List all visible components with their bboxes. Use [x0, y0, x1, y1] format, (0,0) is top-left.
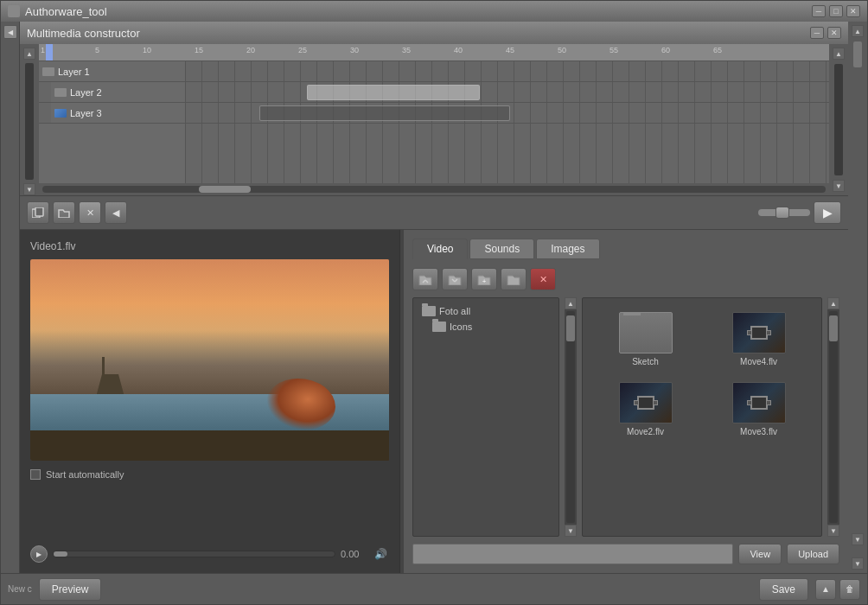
delete-button[interactable]: ✕: [79, 201, 101, 224]
layer-1-label: Layer 1: [39, 61, 186, 81]
layer-3-label: Layer 3: [51, 103, 186, 123]
video-filename: Video1.flv: [30, 240, 389, 252]
zoom-slider-handle[interactable]: [775, 207, 789, 219]
bottom-icon-2[interactable]: 🗑: [839, 579, 860, 600]
tree-scrollbar[interactable]: ▲ ▼: [565, 297, 577, 537]
tab-video[interactable]: Video: [412, 239, 468, 259]
layer-3-track: [186, 103, 829, 123]
forward-nav-button[interactable]: ▶: [814, 201, 841, 224]
title-bar-controls: ─ □ ✕: [812, 5, 860, 17]
inner-minimize-button[interactable]: ─: [810, 27, 824, 39]
media-toolbar: + ✕: [412, 268, 839, 290]
grid-scrollbar[interactable]: ▲ ▼: [827, 297, 839, 537]
bottom-icon-1[interactable]: ▲: [815, 579, 836, 600]
timeline-section: ▲ ▼ 1 5 10 15 20 25: [20, 44, 848, 195]
view-button[interactable]: View: [738, 544, 782, 564]
timeline-scroll-down[interactable]: ▼: [23, 183, 35, 195]
auto-start-checkbox[interactable]: [30, 469, 41, 480]
files-grid-content: Sketch Move4.flv: [583, 298, 821, 536]
folder-icon: [432, 322, 446, 332]
tree-scroll-thumb[interactable]: [566, 315, 575, 341]
media-folder-open-button[interactable]: [442, 268, 468, 290]
timeline-left-controls: ▲ ▼: [20, 44, 39, 195]
tree-label-icons: Icons: [450, 322, 472, 332]
media-add-button[interactable]: +: [471, 268, 497, 290]
grid-scroll-up[interactable]: ▲: [827, 297, 839, 309]
timeline-content: 1 5 10 15 20 25 30 35 40 45 50 55: [39, 44, 829, 195]
tree-scroll-down[interactable]: ▼: [565, 525, 577, 537]
copy-button[interactable]: [27, 201, 49, 224]
layer-2-icon: [54, 88, 67, 97]
progress-bar[interactable]: [53, 551, 335, 557]
timeline-scrollbar[interactable]: [42, 186, 826, 193]
right-sidebar: ▲ ▼ ▼: [848, 22, 867, 573]
time-display: 0.00: [341, 549, 367, 559]
timeline-ruler: 1 5 10 15 20 25 30 35 40 45 50 55: [39, 44, 829, 61]
upload-button[interactable]: Upload: [787, 544, 839, 564]
timeline-right-down[interactable]: ▼: [833, 180, 845, 192]
save-button[interactable]: Save: [759, 578, 808, 601]
maximize-button[interactable]: □: [829, 5, 843, 17]
folder-icon: [422, 306, 436, 316]
inner-window: Multimedia constructor ─ ✕ ▲ ▼: [20, 22, 848, 573]
volume-button[interactable]: 🔊: [372, 545, 389, 563]
media-folder-up-button[interactable]: [412, 268, 438, 290]
video-thumbnail: [732, 382, 786, 424]
empty-layer-row: [39, 124, 829, 183]
layer-3-icon: [54, 109, 67, 118]
tree-item-foto-all[interactable]: Foto all: [418, 303, 553, 319]
play-button[interactable]: ▶: [30, 545, 48, 563]
file-label-sketch: Sketch: [632, 357, 659, 366]
tree-item-icons[interactable]: Icons: [418, 319, 553, 334]
tab-images[interactable]: Images: [536, 239, 599, 259]
open-button[interactable]: [53, 201, 75, 224]
file-label-move4: Move4.flv: [740, 357, 777, 366]
media-cut-button[interactable]: [501, 268, 527, 290]
video-container: [30, 259, 389, 461]
files-grid-panel: Sketch Move4.flv: [582, 297, 822, 537]
bottom-bar: New c Preview Save ▲ 🗑: [1, 573, 867, 604]
file-item-move2[interactable]: Move2.flv: [593, 379, 698, 440]
layer-3-name: Layer 3: [70, 108, 102, 118]
sidebar-btn-1[interactable]: ◀: [3, 25, 17, 39]
video-preview: [30, 259, 389, 461]
minimize-button[interactable]: ─: [812, 5, 826, 17]
main-content: Video1.flv Start automati: [20, 230, 848, 573]
media-delete-button[interactable]: ✕: [530, 268, 556, 290]
zoom-slider[interactable]: [758, 209, 810, 216]
grid-scroll-thumb[interactable]: [829, 315, 838, 341]
video-panel: Video1.flv Start automati: [20, 230, 400, 573]
preview-button[interactable]: Preview: [39, 578, 102, 601]
svg-text:+: +: [482, 277, 487, 285]
file-item-move3[interactable]: Move3.flv: [706, 379, 811, 440]
right-sidebar-bottom[interactable]: ▼: [852, 557, 864, 570]
ruler-marks: 1 5 10 15 20 25 30 35 40 45 50 55: [39, 44, 829, 60]
file-item-sketch[interactable]: Sketch: [593, 309, 698, 370]
left-sidebar: ◀: [1, 22, 20, 573]
timeline-right-up[interactable]: ▲: [833, 48, 845, 60]
layer-row: Layer 3: [39, 103, 829, 124]
right-sidebar-up[interactable]: ▲: [852, 25, 864, 37]
bottom-icons: ▲ 🗑: [815, 579, 860, 600]
video-controls: ▶ 0.00 🔊: [30, 545, 389, 563]
auto-start-row: Start automatically: [30, 469, 389, 480]
inner-title-bar: Multimedia constructor ─ ✕: [20, 22, 848, 44]
inner-close-button[interactable]: ✕: [827, 27, 841, 39]
main-window: Authorware_tool ─ □ ✕ ◀ Multimedia const…: [0, 0, 868, 605]
timeline-scroll-up[interactable]: ▲: [23, 48, 35, 60]
tree-scroll-up[interactable]: ▲: [565, 297, 577, 309]
tab-sounds[interactable]: Sounds: [469, 239, 534, 259]
layer-row: Layer 2: [39, 82, 829, 103]
media-panel: Video Sounds Images +: [404, 230, 848, 573]
timeline-scrollbar-area: [39, 183, 829, 195]
right-sidebar-down[interactable]: ▼: [852, 533, 864, 545]
timeline-scrollbar-thumb[interactable]: [199, 186, 251, 193]
media-content: Foto all Icons ▲: [412, 297, 839, 537]
back-button[interactable]: ◀: [105, 201, 127, 224]
filename-input[interactable]: [412, 544, 733, 564]
close-button[interactable]: ✕: [846, 5, 860, 17]
file-item-move4[interactable]: Move4.flv: [706, 309, 811, 370]
grid-scroll-down[interactable]: ▼: [827, 525, 839, 537]
file-tree-panel: Foto all Icons: [412, 297, 559, 537]
app-title: Authorware_tool: [25, 5, 107, 18]
